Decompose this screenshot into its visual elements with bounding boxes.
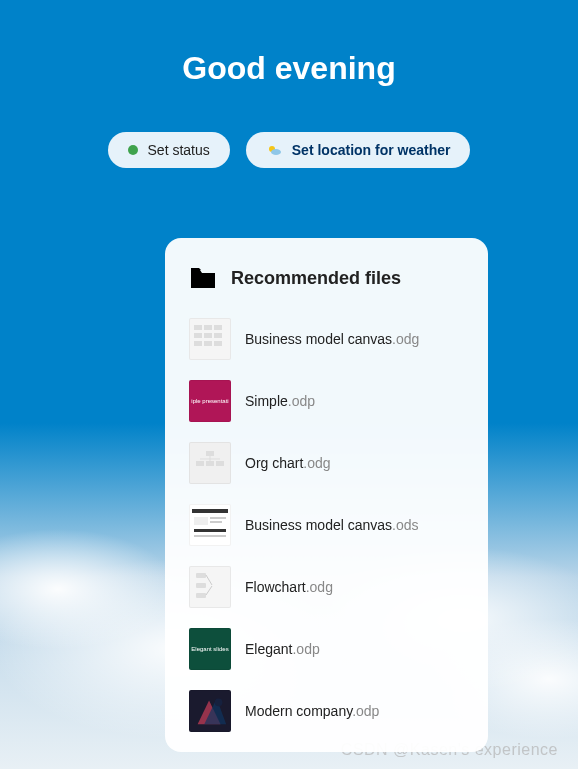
file-item[interactable]: Org chart.odg xyxy=(189,442,464,484)
card-header: Recommended files xyxy=(189,266,464,290)
svg-rect-2 xyxy=(194,325,202,330)
recommended-files-card: Recommended files Business model canvas.… xyxy=(165,238,488,752)
svg-rect-19 xyxy=(210,517,226,519)
file-name: Flowchart.odg xyxy=(245,579,333,595)
file-extension: .odp xyxy=(288,393,315,409)
file-extension: .odp xyxy=(352,703,379,719)
svg-rect-5 xyxy=(194,333,202,338)
weather-icon xyxy=(266,142,282,158)
file-thumbnail: iple presentati xyxy=(189,380,231,422)
svg-line-26 xyxy=(206,575,212,585)
svg-rect-18 xyxy=(194,517,208,525)
file-item[interactable]: Flowchart.odg xyxy=(189,566,464,608)
file-thumbnail xyxy=(189,318,231,360)
svg-line-27 xyxy=(206,586,212,595)
card-title: Recommended files xyxy=(231,268,401,289)
file-thumbnail xyxy=(189,566,231,608)
svg-rect-21 xyxy=(194,529,226,532)
file-name: Business model canvas.ods xyxy=(245,517,419,533)
svg-rect-6 xyxy=(204,333,212,338)
svg-rect-11 xyxy=(206,451,214,456)
greeting-title: Good evening xyxy=(0,0,578,87)
svg-rect-25 xyxy=(196,593,206,598)
file-extension: .odg xyxy=(303,455,330,471)
file-thumbnail xyxy=(189,690,231,732)
file-item[interactable]: iple presentatiSimple.odp xyxy=(189,380,464,422)
file-thumbnail xyxy=(189,504,231,546)
file-name: Business model canvas.odg xyxy=(245,331,419,347)
svg-rect-3 xyxy=(204,325,212,330)
file-name: Modern company.odp xyxy=(245,703,379,719)
svg-rect-14 xyxy=(216,461,224,466)
svg-rect-9 xyxy=(204,341,212,346)
file-thumbnail xyxy=(189,442,231,484)
svg-rect-20 xyxy=(210,521,222,523)
file-item[interactable]: Modern company.odp xyxy=(189,690,464,732)
status-dot-icon xyxy=(128,145,138,155)
set-status-button[interactable]: Set status xyxy=(108,132,230,168)
svg-rect-7 xyxy=(214,333,222,338)
svg-rect-13 xyxy=(206,461,214,466)
file-extension: .odg xyxy=(392,331,419,347)
svg-rect-4 xyxy=(214,325,222,330)
svg-rect-23 xyxy=(196,573,206,578)
file-thumbnail: Elegant slides xyxy=(189,628,231,670)
svg-rect-24 xyxy=(196,583,206,588)
file-name: Elegant.odp xyxy=(245,641,320,657)
file-extension: .odp xyxy=(292,641,319,657)
file-item[interactable]: Business model canvas.odg xyxy=(189,318,464,360)
svg-point-1 xyxy=(271,149,281,155)
action-pills: Set status Set location for weather xyxy=(0,132,578,168)
set-weather-button[interactable]: Set location for weather xyxy=(246,132,471,168)
file-item[interactable]: Elegant slidesElegant.odp xyxy=(189,628,464,670)
file-name: Org chart.odg xyxy=(245,455,331,471)
svg-rect-22 xyxy=(194,535,226,537)
file-name: Simple.odp xyxy=(245,393,315,409)
svg-rect-17 xyxy=(192,509,228,513)
file-extension: .odg xyxy=(306,579,333,595)
file-extension: .ods xyxy=(392,517,418,533)
file-list: Business model canvas.odgiple presentati… xyxy=(189,318,464,732)
file-item[interactable]: Business model canvas.ods xyxy=(189,504,464,546)
svg-rect-8 xyxy=(194,341,202,346)
svg-rect-12 xyxy=(196,461,204,466)
set-status-label: Set status xyxy=(148,142,210,158)
folder-icon xyxy=(189,266,217,290)
svg-point-31 xyxy=(215,699,223,707)
set-weather-label: Set location for weather xyxy=(292,142,451,158)
svg-rect-10 xyxy=(214,341,222,346)
